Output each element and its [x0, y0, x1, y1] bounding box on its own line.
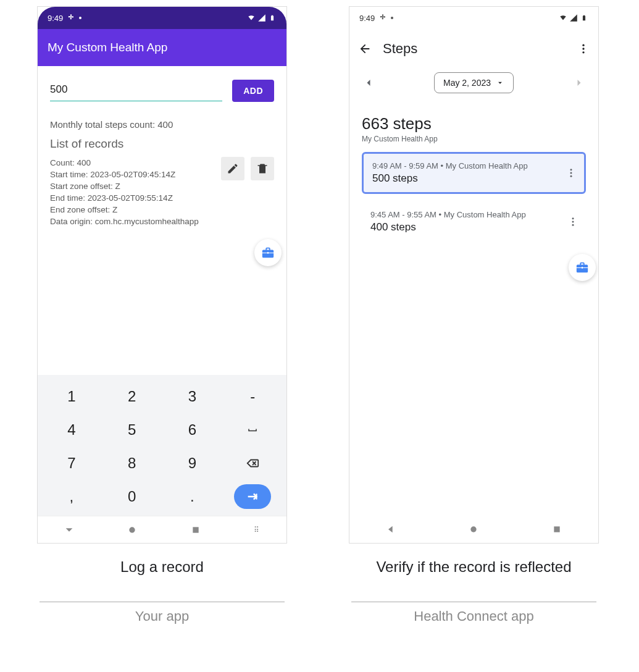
key-1[interactable]: 1: [41, 380, 102, 413]
svg-point-9: [572, 221, 574, 223]
toolbox-fab[interactable]: [569, 254, 596, 281]
app-title: My Custom Health App: [48, 41, 167, 54]
svg-point-5: [570, 169, 572, 170]
nav-home-icon[interactable]: [469, 524, 478, 534]
battery-icon: [580, 14, 588, 22]
numeric-keyboard: 123-456789,0.: [38, 375, 286, 516]
key-,[interactable]: ,: [41, 480, 102, 513]
summary-source: My Custom Health App: [362, 135, 586, 143]
nav-home-icon[interactable]: [127, 525, 137, 535]
key-2[interactable]: 2: [102, 380, 162, 413]
entry-meta: 9:45 AM - 9:55 AM • My Custom Health App: [370, 210, 577, 219]
key-space[interactable]: [222, 413, 283, 447]
key-4[interactable]: 4: [41, 413, 102, 447]
delete-button[interactable]: [251, 157, 274, 180]
entry-overflow-button[interactable]: [563, 165, 579, 181]
signal-icon: [569, 14, 578, 22]
nav-keyboard-icon[interactable]: ⠿: [254, 526, 260, 534]
svg-point-11: [471, 526, 477, 532]
caption-left-step: Log a record: [37, 558, 287, 599]
hc-header: Steps: [349, 29, 598, 69]
steps-entry[interactable]: 9:49 AM - 9:59 AM • My Custom Health App…: [362, 152, 586, 194]
nav-recent-icon[interactable]: [552, 524, 562, 534]
steps-input[interactable]: [50, 80, 222, 101]
date-prev-button[interactable]: [362, 76, 375, 90]
status-time: 9:49: [48, 14, 63, 23]
status-time: 9:49: [359, 14, 375, 23]
nav-back-icon[interactable]: [386, 524, 396, 534]
svg-point-8: [572, 217, 574, 219]
svg-point-4: [582, 51, 584, 53]
key-8[interactable]: 8: [102, 447, 162, 480]
caption-left-divider: [40, 602, 285, 602]
svg-point-10: [572, 224, 574, 226]
steps-summary: 663 steps My Custom Health App: [362, 114, 586, 143]
signal-icon: [257, 14, 266, 22]
status-bar: 9:49: [38, 7, 286, 29]
record-end-zone: End zone offset: Z: [50, 204, 274, 216]
key-6[interactable]: 6: [162, 413, 223, 447]
entry-value: 400 steps: [370, 221, 577, 233]
records-list-title: List of records: [50, 137, 274, 151]
page-title: Steps: [383, 41, 566, 57]
key-3[interactable]: 3: [162, 380, 223, 413]
record-end-time: End time: 2023-05-02T09:55:14Z: [50, 192, 274, 204]
key-backspace[interactable]: [222, 447, 283, 480]
svg-point-2: [582, 44, 584, 46]
date-label: May 2, 2023: [443, 78, 491, 88]
status-dot-icon: [391, 17, 393, 19]
wifi-icon: [559, 14, 567, 22]
toolbox-fab[interactable]: [254, 239, 282, 266]
caption-right-step: Verify if the record is reflected: [349, 558, 599, 599]
fan-icon: [378, 14, 387, 22]
wifi-icon: [247, 14, 256, 22]
steps-entry[interactable]: 9:45 AM - 9:55 AM • My Custom Health App…: [362, 203, 586, 241]
key-enter[interactable]: [222, 480, 283, 513]
svg-point-0: [130, 527, 135, 532]
key-.[interactable]: .: [162, 480, 223, 513]
entry-value: 500 steps: [372, 172, 575, 185]
entry-meta: 9:49 AM - 9:59 AM • My Custom Health App: [372, 161, 575, 170]
caption-left-sub: Your app: [37, 608, 287, 624]
svg-rect-12: [554, 526, 559, 532]
key-7[interactable]: 7: [41, 447, 102, 480]
svg-rect-1: [193, 527, 198, 532]
nav-back-icon[interactable]: [64, 525, 74, 535]
edit-button[interactable]: [221, 157, 244, 180]
status-bar: 9:49: [349, 7, 598, 29]
svg-point-6: [570, 172, 572, 174]
add-button[interactable]: ADD: [232, 80, 274, 102]
nav-recent-icon[interactable]: [191, 525, 201, 535]
record-start-zone: Start zone offset: Z: [50, 180, 274, 192]
monthly-total-label: Monthly total steps count: 400: [50, 119, 274, 130]
key-0[interactable]: 0: [102, 480, 162, 513]
battery-icon: [268, 14, 277, 22]
entry-overflow-button[interactable]: [565, 214, 581, 230]
record-origin: Data origin: com.hc.mycustomhealthapp: [50, 216, 274, 227]
svg-point-3: [582, 48, 584, 49]
record-item: Count: 400 Start time: 2023-05-02T09:45:…: [50, 157, 274, 227]
caption-right-divider: [351, 602, 596, 602]
android-nav-bar: [349, 516, 598, 543]
date-picker-button[interactable]: May 2, 2023: [434, 72, 514, 93]
caret-down-icon: [496, 78, 504, 87]
back-button[interactable]: [358, 42, 372, 56]
phone-your-app: 9:49: [37, 6, 287, 544]
key--[interactable]: -: [222, 380, 283, 413]
overflow-menu-button[interactable]: [577, 43, 590, 55]
date-next-button[interactable]: [572, 76, 586, 90]
android-nav-bar: ⠿: [38, 516, 286, 543]
app-bar: My Custom Health App: [38, 29, 286, 66]
key-5[interactable]: 5: [102, 413, 162, 447]
svg-point-7: [570, 175, 572, 177]
phone-health-connect: 9:49: [349, 6, 599, 544]
status-dot-icon: [79, 17, 81, 19]
caption-right-sub: Health Connect app: [349, 608, 599, 624]
fan-icon: [67, 14, 75, 22]
key-9[interactable]: 9: [162, 447, 223, 480]
summary-value: 663 steps: [362, 114, 586, 133]
